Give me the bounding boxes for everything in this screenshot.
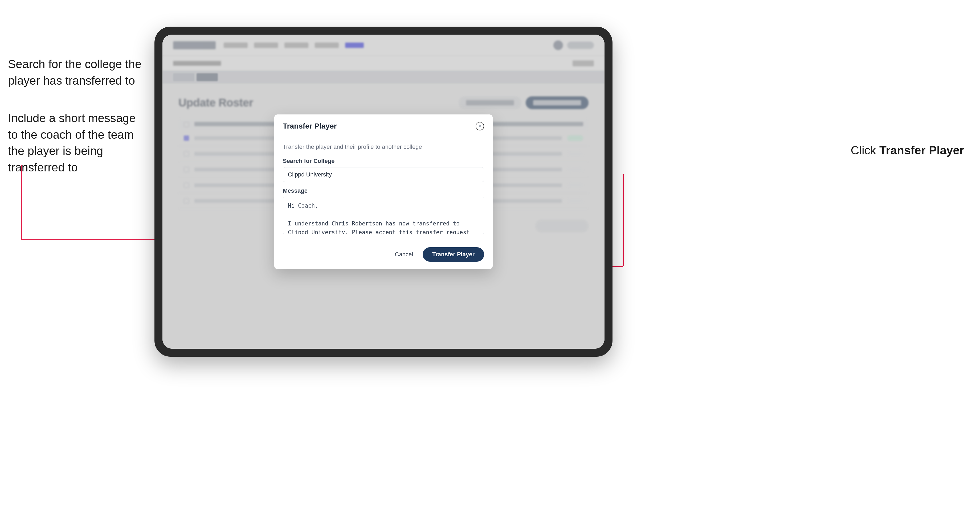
ipad-screen: Update Roster — [162, 35, 605, 349]
modal-description: Transfer the player and their profile to… — [283, 142, 484, 151]
college-label: Search for College — [283, 157, 484, 165]
ipad-frame: Update Roster — [154, 27, 612, 357]
modal-header: Transfer Player × — [274, 114, 493, 136]
annotation-click: Click Transfer Player — [851, 144, 964, 157]
modal-overlay: Transfer Player × Transfer the player an… — [162, 35, 605, 349]
modal-title: Transfer Player — [283, 122, 337, 130]
transfer-player-modal: Transfer Player × Transfer the player an… — [274, 114, 493, 269]
message-textarea[interactable] — [283, 197, 484, 234]
modal-footer: Cancel Transfer Player — [274, 242, 493, 269]
annotation-message: Include a short message to the coach of … — [8, 110, 146, 175]
cancel-button[interactable]: Cancel — [390, 248, 418, 261]
annotation-search: Search for the college the player has tr… — [8, 56, 146, 89]
message-label: Message — [283, 187, 484, 194]
modal-close-button[interactable]: × — [476, 122, 484, 130]
college-search-input[interactable] — [283, 167, 484, 182]
modal-body: Transfer the player and their profile to… — [274, 136, 493, 242]
transfer-player-button[interactable]: Transfer Player — [423, 247, 484, 262]
